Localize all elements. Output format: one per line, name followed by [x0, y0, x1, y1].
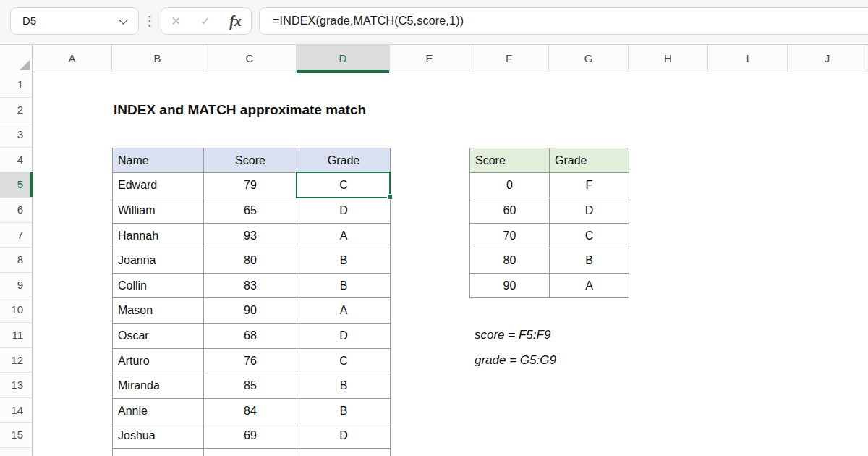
cell-lookup-score[interactable]: 60: [470, 198, 550, 224]
cell-lookup-grade[interactable]: F: [550, 173, 629, 198]
enter-icon[interactable]: ✓: [200, 14, 210, 29]
cell-score[interactable]: 85: [204, 373, 297, 399]
formula-buttons: ✕ ✓ fx: [161, 7, 252, 35]
fill-handle[interactable]: [387, 194, 393, 200]
select-all-corner[interactable]: [0, 45, 33, 72]
row-header-1[interactable]: 1: [0, 72, 33, 98]
row-header-14[interactable]: 14: [0, 398, 33, 423]
cell-name[interactable]: William: [113, 198, 204, 224]
column-header-strip: A B C D E F G H I J: [0, 45, 868, 72]
cell-name[interactable]: Mason: [113, 298, 204, 324]
cell-name[interactable]: Joanna: [113, 248, 204, 274]
main-table-header-cell[interactable]: Score: [204, 148, 297, 174]
column-header-D[interactable]: D: [297, 45, 390, 72]
row-header-strip: 1 2 3 4 5 6 7 8 9 10 11 12 13 14 15 16: [0, 72, 33, 456]
cell-grade[interactable]: B: [297, 373, 391, 399]
cell-lookup-score[interactable]: 0: [470, 173, 550, 198]
cell-grade[interactable]: C: [297, 349, 391, 374]
cell-score[interactable]: 65: [204, 198, 297, 224]
formula-text: =INDEX(grade,MATCH(C5,score,1)): [273, 8, 464, 34]
cell-name[interactable]: Annie: [113, 399, 204, 424]
cell-grade[interactable]: D: [297, 198, 391, 224]
main-table: Name Score Grade Edward 79 C William 65 …: [112, 148, 391, 456]
column-header-H[interactable]: H: [629, 45, 708, 72]
cell-name[interactable]: Hannah: [113, 224, 204, 249]
formula-bar-region: D5 ⋮ ✕ ✓ fx =INDEX(grade,MATCH(C5,score,…: [0, 0, 868, 45]
cell-lookup-grade[interactable]: B: [550, 248, 629, 274]
cell-grade[interactable]: B: [297, 399, 391, 424]
row-header-13[interactable]: 13: [0, 373, 33, 398]
row-header-15[interactable]: 15: [0, 423, 33, 448]
cell-lookup-score[interactable]: 80: [470, 248, 550, 274]
cell-lookup-grade[interactable]: D: [550, 198, 629, 224]
cell-score[interactable]: 69: [204, 423, 297, 449]
cell-lookup-grade[interactable]: C: [550, 224, 629, 249]
column-header-B[interactable]: B: [112, 45, 203, 72]
chevron-down-icon[interactable]: [119, 15, 128, 25]
row-header-12[interactable]: 12: [0, 348, 33, 373]
name-box[interactable]: D5: [10, 7, 139, 35]
cell-name[interactable]: Edward: [113, 173, 204, 198]
column-header-E[interactable]: E: [390, 45, 469, 72]
cell-score[interactable]: 83: [204, 274, 297, 299]
row-header-16[interactable]: 16: [0, 448, 33, 456]
row-header-4[interactable]: 4: [0, 148, 33, 173]
cell-grade[interactable]: B: [297, 248, 391, 274]
cell-name[interactable]: Oscar: [113, 324, 204, 349]
column-header-J[interactable]: J: [788, 45, 867, 72]
main-table-header-cell[interactable]: Grade: [297, 148, 391, 174]
cell-score[interactable]: 68: [204, 324, 297, 349]
column-header-G[interactable]: G: [549, 45, 629, 72]
cell-lookup-score[interactable]: 90: [470, 274, 550, 299]
cell-grade[interactable]: B: [297, 449, 391, 456]
column-header-A[interactable]: A: [33, 45, 112, 72]
cell-score[interactable]: 80: [204, 248, 297, 274]
lookup-table-header-cell[interactable]: Grade: [550, 148, 629, 174]
cell-score[interactable]: 90: [204, 298, 297, 324]
cell-lookup-grade[interactable]: A: [550, 274, 629, 299]
main-table-header-cell[interactable]: Name: [113, 148, 204, 174]
select-all-triangle-icon: [20, 60, 30, 70]
cell-name[interactable]: Cassidy: [113, 449, 204, 456]
cell-grade[interactable]: D: [297, 423, 391, 449]
formula-input[interactable]: =INDEX(grade,MATCH(C5,score,1)): [259, 7, 868, 35]
selected-column-underline: [297, 70, 389, 73]
cell-score[interactable]: 84: [204, 399, 297, 424]
cell-score[interactable]: 79: [204, 173, 297, 198]
named-range-grade[interactable]: grade = G5:G9: [475, 348, 556, 373]
cancel-icon[interactable]: ✕: [171, 14, 181, 29]
insert-function-icon[interactable]: fx: [229, 13, 242, 30]
cell-score[interactable]: 76: [204, 349, 297, 374]
row-header-6[interactable]: 6: [0, 198, 33, 223]
cell-score[interactable]: 82: [204, 449, 297, 456]
cell-name[interactable]: Collin: [113, 274, 204, 299]
cell-name[interactable]: Arturo: [113, 349, 204, 374]
row-header-10[interactable]: 10: [0, 297, 33, 323]
row-header-8[interactable]: 8: [0, 248, 33, 273]
cell-score[interactable]: 93: [204, 224, 297, 249]
named-range-score[interactable]: score = F5:F9: [475, 323, 550, 348]
cell-grade[interactable]: B: [297, 274, 391, 299]
row-header-label: 5: [17, 178, 23, 190]
page-title[interactable]: INDEX and MATCH approximate match: [114, 98, 366, 123]
row-header-3[interactable]: 3: [0, 122, 33, 148]
cell-grade[interactable]: D: [297, 324, 391, 349]
column-header-C[interactable]: C: [203, 45, 297, 72]
row-header-2[interactable]: 2: [0, 98, 33, 123]
row-header-5[interactable]: 5: [0, 172, 33, 198]
row-header-9[interactable]: 9: [0, 273, 33, 298]
lookup-table-header-cell[interactable]: Score: [470, 148, 550, 174]
cell-lookup-score[interactable]: 70: [470, 224, 550, 249]
column-header-I[interactable]: I: [708, 45, 788, 72]
column-header-label: D: [339, 52, 347, 64]
row-header-7[interactable]: 7: [0, 223, 33, 248]
row-header-11[interactable]: 11: [0, 323, 33, 348]
selected-row-bar: [30, 172, 33, 197]
cell-grade[interactable]: A: [297, 298, 391, 324]
cell-grade[interactable]: A: [297, 224, 391, 249]
cell-name[interactable]: Joshua: [113, 423, 204, 449]
column-header-F[interactable]: F: [469, 45, 549, 72]
cell-name[interactable]: Miranda: [113, 373, 204, 399]
cell-grade[interactable]: C: [297, 173, 391, 198]
separator-dots-icon: ⋮: [143, 0, 156, 45]
